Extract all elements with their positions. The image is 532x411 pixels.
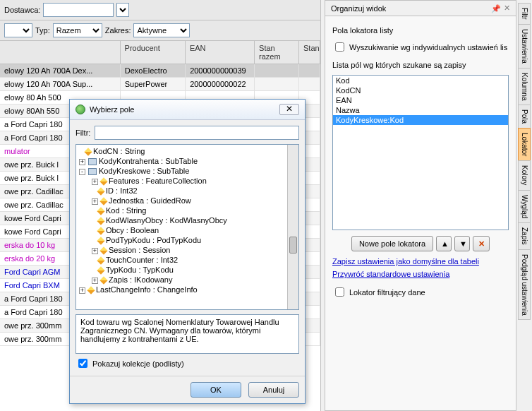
- side-tab-filtr[interactable]: Filtr: [518, 3, 531, 25]
- move-down-button[interactable]: ▼: [454, 236, 470, 251]
- property-icon: [97, 218, 104, 225]
- zakres-select[interactable]: Aktywne: [133, 23, 190, 37]
- ok-button[interactable]: OK: [191, 382, 241, 398]
- typ-label: Typ:: [35, 26, 50, 35]
- cell-name: elowy 120 Ah 700A Sup...: [0, 78, 121, 90]
- expand-icon[interactable]: +: [92, 198, 98, 205]
- list-item[interactable]: Kod: [333, 76, 508, 85]
- unknown-select-1[interactable]: [4, 23, 32, 37]
- expand-icon[interactable]: +: [92, 248, 98, 254]
- restore-defaults-link[interactable]: Przywróć standardowe ustawienia: [332, 270, 509, 278]
- side-tab-podgląd-ustawienia[interactable]: Podgląd ustawienia: [518, 249, 531, 321]
- tree-node-label: Kod : String: [106, 206, 146, 215]
- tree-node-label: KodWlasnyObcy : KodWlasnyObcy: [106, 216, 227, 225]
- filtering-locator-checkbox[interactable]: [335, 287, 344, 297]
- cell-producent: DexoElectro: [121, 64, 186, 77]
- tree-node[interactable]: +Jednostka : GuidedRow: [92, 196, 298, 206]
- tree-node-label: Zapis : IKodowany: [109, 275, 173, 284]
- filter-input[interactable]: [95, 126, 299, 140]
- expand-icon[interactable]: +: [79, 287, 85, 294]
- tree-node[interactable]: PodTypKodu : PodTypKodu: [92, 235, 298, 245]
- field-description: Kod towaru wg Scalonej Nomenklatury Towa…: [75, 314, 299, 354]
- dialog-close-button[interactable]: ✕: [279, 104, 299, 115]
- new-locator-field-button[interactable]: Nowe pole lokatora: [351, 236, 433, 251]
- property-icon: [99, 178, 107, 186]
- tree-node[interactable]: -KodyKreskowe : SubTable: [79, 166, 298, 176]
- table-row[interactable]: elowy 120 Ah 700A Dex...DexoElectro20000…: [0, 64, 320, 78]
- property-icon: [99, 247, 107, 255]
- list-item[interactable]: Nazwa: [333, 105, 508, 115]
- cell-stanrazem: [255, 64, 299, 77]
- grid-header-name[interactable]: [0, 41, 121, 64]
- grid-header: Producent EAN Stan razem Stan: [0, 41, 320, 64]
- side-tab-strip: FiltrUstawieniaKolumnaPolaLokatorKoloryW…: [518, 3, 531, 319]
- side-tab-lokator[interactable]: Lokator: [518, 128, 531, 161]
- pin-icon[interactable]: 📌: [491, 4, 500, 13]
- side-tab-zapis[interactable]: Zapis: [518, 222, 531, 249]
- dialog-titlebar[interactable]: Wybierz pole ✕: [70, 100, 305, 120]
- list-item[interactable]: KodyKreskowe:Kod: [333, 115, 508, 125]
- field-tree[interactable]: KodCN : String+KodyKontrahenta : SubTabl…: [75, 144, 299, 310]
- property-icon: [84, 148, 92, 155]
- delete-field-button[interactable]: ✕: [473, 236, 490, 251]
- tree-node[interactable]: TouchCounter : Int32: [92, 255, 298, 265]
- tree-node[interactable]: +Session : Session: [92, 245, 298, 255]
- tree-node[interactable]: +LastChangeInfo : ChangeInfo: [79, 285, 298, 294]
- app-icon: [75, 105, 85, 114]
- cell-ean: 2000000000039: [186, 64, 255, 77]
- tree-node-label: Session : Session: [109, 246, 170, 254]
- collapse-icon[interactable]: -: [79, 169, 85, 175]
- cell-stanrazem: [255, 78, 299, 90]
- grid-header-stanrazem[interactable]: Stan razem: [255, 41, 299, 64]
- side-tab-wygląd[interactable]: Wygląd: [518, 190, 531, 223]
- scrollbar-thumb[interactable]: [289, 237, 297, 254]
- dostawca-input[interactable]: [43, 3, 114, 17]
- filter-toolbar-1: Dostawca:: [0, 0, 320, 20]
- show-collections-checkbox[interactable]: [78, 359, 87, 368]
- grid-header-ean[interactable]: EAN: [186, 41, 255, 64]
- cell-stan: [299, 78, 320, 90]
- tree-node[interactable]: ID : Int32: [92, 186, 298, 196]
- dialog-title-text: Wybierz pole: [90, 105, 134, 114]
- tree-node[interactable]: KodWlasnyObcy : KodWlasnyObcy: [92, 215, 298, 225]
- dostawca-dropdown[interactable]: [116, 3, 129, 17]
- tree-node[interactable]: +Zapis : IKodowany: [92, 275, 298, 285]
- property-icon: [87, 287, 95, 294]
- expand-icon[interactable]: +: [79, 159, 85, 165]
- tree-node[interactable]: +KodyKontrahenta : SubTable: [79, 156, 298, 166]
- organize-view-panel: Organizuj widok 📌 ✕ Pola lokatora listy …: [325, 0, 516, 411]
- tree-node[interactable]: Obcy : Boolean: [92, 225, 298, 235]
- expand-icon[interactable]: +: [92, 179, 98, 185]
- cell-name: elowy 120 Ah 700A Dex...: [0, 64, 121, 77]
- property-icon: [97, 227, 104, 235]
- cancel-button[interactable]: Anuluj: [248, 382, 299, 398]
- individual-search-checkbox[interactable]: [335, 42, 344, 52]
- property-icon: [97, 208, 104, 215]
- list-item[interactable]: EAN: [333, 95, 508, 105]
- grid-header-producent[interactable]: Producent: [121, 41, 186, 64]
- right-close-icon[interactable]: ✕: [504, 4, 510, 13]
- tree-scrollbar[interactable]: [287, 145, 298, 309]
- tree-node[interactable]: TypKodu : TypKodu: [92, 265, 298, 275]
- expand-icon[interactable]: +: [92, 278, 98, 284]
- property-icon: [97, 257, 104, 265]
- list-item[interactable]: KodCN: [333, 85, 508, 95]
- locator-fields-listbox[interactable]: KodKodCNEANNazwaKodyKreskowe:Kod: [332, 75, 509, 230]
- filtering-locator-label: Lokator filtrujący dane: [349, 288, 425, 297]
- typ-select[interactable]: Razem: [53, 23, 102, 37]
- side-tab-kolumna[interactable]: Kolumna: [518, 68, 531, 105]
- tree-node[interactable]: KodCN : String: [79, 146, 298, 156]
- tree-node-label: Obcy : Boolean: [106, 226, 159, 234]
- grid-header-stan[interactable]: Stan: [299, 41, 320, 64]
- property-icon: [97, 267, 104, 275]
- move-up-button[interactable]: ▲: [436, 236, 452, 251]
- side-tab-kolory[interactable]: Kolory: [518, 160, 531, 190]
- side-tab-pola[interactable]: Pola: [518, 105, 531, 129]
- tree-node-label: KodCN : String: [93, 147, 145, 155]
- individual-search-label: Wyszukiwanie wg indywidualnych ustawień …: [349, 43, 507, 52]
- tree-node[interactable]: Kod : String: [92, 206, 298, 215]
- side-tab-ustawienia[interactable]: Ustawienia: [518, 24, 531, 68]
- save-defaults-link[interactable]: Zapisz ustawienia jako domyślne dla tabe…: [332, 257, 509, 266]
- table-row[interactable]: elowy 120 Ah 700A Sup...SuperPower200000…: [0, 78, 320, 91]
- tree-node[interactable]: +Features : FeatureCollection: [92, 176, 298, 186]
